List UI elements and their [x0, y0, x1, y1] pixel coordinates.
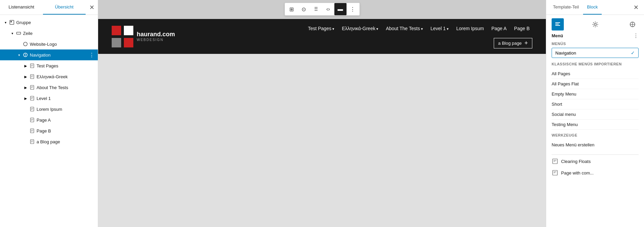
menu-select-checkmark-icon: ✓ — [631, 50, 635, 56]
tree-item-zeile[interactable]: ▾ Zeile — [0, 28, 98, 39]
neues-menu-item[interactable]: Neues Menü erstellen — [552, 140, 639, 150]
bottom-item-page-with-com[interactable]: Page with com... — [546, 167, 644, 179]
menu-item-empty-menu[interactable]: Empty Menu — [552, 89, 639, 99]
preview-area: haurand.com WEBDESIGN Test Pages Ελληνικ… — [98, 19, 546, 227]
svg-point-33 — [594, 23, 596, 25]
toggle-test-pages[interactable]: ▶ — [22, 62, 29, 69]
more-button[interactable]: ⋮ — [347, 3, 359, 15]
toggle-navigation[interactable]: ▾ — [16, 51, 22, 58]
toggle-ellinika[interactable]: ▶ — [22, 73, 29, 80]
divider — [552, 154, 639, 155]
toggle-gruppe[interactable]: ▾ — [2, 19, 9, 26]
page-b-icon — [29, 128, 35, 134]
tab-template-teil[interactable]: Template-Teil — [549, 0, 583, 15]
right-inner: Menü ⋮ MENÜS Navigation ✓ KLASSISCHE MEN… — [546, 15, 644, 227]
tree-label-page-b: Page B — [37, 128, 96, 133]
nav-ellinika[interactable]: Ελληνικά-Greek — [339, 24, 381, 33]
left-panel-header: Listenansicht Übersicht ✕ — [0, 0, 98, 15]
tree-label-ellinika: Ελληνικά-Greek — [37, 74, 96, 79]
svg-rect-24 — [30, 129, 34, 133]
nav-page-b[interactable]: Page B — [511, 24, 532, 33]
menu-item-social-menu[interactable]: Social menu — [552, 109, 639, 120]
tab-uebersicht[interactable]: Übersicht — [43, 0, 86, 15]
style-button[interactable] — [626, 18, 639, 30]
preview-body — [98, 54, 546, 227]
svg-rect-21 — [30, 118, 34, 122]
menu-more-button[interactable]: ⋮ — [633, 33, 639, 39]
tree-item-website-logo[interactable]: Website-Logo — [0, 39, 98, 49]
tree-item-gruppe[interactable]: ▾ Gruppe — [0, 17, 98, 28]
menu-select-label: Navigation — [555, 50, 576, 56]
tree-item-about-the-tests[interactable]: ▶ About The Tests — [0, 82, 98, 93]
tree-area: ▾ Gruppe ▾ Zeile Website-Logo ▾ Nav — [0, 15, 98, 227]
logo-box — [112, 26, 133, 47]
nav-level-1[interactable]: Level 1 — [428, 24, 451, 33]
close-left-panel-button[interactable]: ✕ — [86, 1, 98, 14]
blog-badge[interactable]: a Blog page + — [494, 38, 532, 48]
bottom-item-clearing-floats[interactable]: Clearing Floats — [546, 156, 644, 167]
tree-label-a-blog-page: a Blog page — [37, 139, 96, 144]
svg-rect-12 — [30, 85, 34, 89]
nav-page-a[interactable]: Page A — [489, 24, 509, 33]
svg-rect-9 — [30, 75, 34, 79]
menu-item-short-label: Short — [552, 102, 562, 107]
nav-about-tests[interactable]: About The Tests — [383, 24, 426, 33]
clearing-floats-label: Clearing Floats — [561, 159, 591, 164]
lorem-ipsum-icon — [29, 106, 35, 112]
right-panel-header: Template-Teil Block ✕ — [546, 0, 644, 15]
right-panel: Template-Teil Block ✕ Menü ⋮ MENÜS Navig… — [546, 0, 644, 227]
align-left-button[interactable] — [552, 18, 564, 30]
page-a-icon — [29, 117, 35, 123]
close-right-panel-button[interactable]: ✕ — [630, 2, 641, 13]
align-button[interactable]: ▬ — [334, 3, 347, 15]
tree-label-page-a: Page A — [37, 118, 96, 123]
menu-item-testing-menu[interactable]: Testing Menu — [552, 120, 639, 130]
nav-test-pages[interactable]: Test Pages — [305, 24, 337, 33]
tree-item-page-a[interactable]: Page A — [0, 115, 98, 125]
site-logo: haurand.com WEBDESIGN — [112, 26, 175, 47]
toggle-zeile[interactable]: ▾ — [9, 30, 16, 37]
logo-dark-bl — [112, 38, 121, 47]
navigation-more-icon[interactable]: ⋮ — [88, 51, 96, 59]
page-with-com-label: Page with com... — [561, 170, 594, 176]
zeile-icon — [16, 30, 22, 36]
menu-item-short[interactable]: Short — [552, 99, 639, 109]
menu-item-all-pages[interactable]: All Pages — [552, 69, 639, 79]
toggle-level-1[interactable]: ▶ — [22, 95, 29, 102]
tree-item-ellinika[interactable]: ▶ Ελληνικά-Greek — [0, 71, 98, 82]
logo-red-br — [124, 38, 133, 47]
menu-item-all-pages-flat[interactable]: All Pages Flat — [552, 79, 639, 89]
tree-item-level-1[interactable]: ▶ Level 1 — [0, 93, 98, 104]
menu-section: Menü ⋮ MENÜS Navigation ✓ KLASSISCHE MEN… — [546, 33, 644, 154]
tree-item-navigation[interactable]: ▾ Navigation ⋮ — [0, 49, 98, 60]
toggle-about-tests[interactable]: ▶ — [22, 84, 29, 91]
tree-item-test-pages[interactable]: ▶ Test Pages — [0, 60, 98, 71]
neues-menu-label: Neues Menü erstellen — [552, 142, 594, 147]
tree-item-a-blog-page[interactable]: a Blog page — [0, 136, 98, 147]
level-1-icon — [29, 95, 35, 101]
drag-button[interactable]: ⠿ — [310, 3, 322, 15]
menu-item-social-menu-label: Social menu — [552, 112, 576, 117]
block-type-button[interactable]: ⊞ — [286, 3, 298, 15]
nav-lorem-ipsum[interactable]: Lorem Ipsum — [453, 24, 487, 33]
tree-label-test-pages: Test Pages — [37, 63, 96, 68]
code-button[interactable]: ‹› — [322, 3, 334, 15]
tab-listenansicht[interactable]: Listenansicht — [0, 0, 43, 15]
tree-item-lorem-ipsum[interactable]: Lorem Ipsum — [0, 104, 98, 115]
tree-item-page-b[interactable]: Page B — [0, 125, 98, 136]
main-content: ⊞ ⊙ ⠿ ‹› ▬ ⋮ haurand.com WEBDESIGN — [98, 0, 546, 227]
svg-rect-27 — [30, 140, 34, 144]
logo-red-tl — [112, 26, 121, 35]
menu-select-box[interactable]: Navigation ✓ — [552, 48, 639, 58]
settings-button[interactable] — [589, 18, 601, 30]
klassische-label: KLASSISCHE MENÜS IMPORTIEREN — [552, 62, 639, 66]
logo-white-tr — [124, 26, 133, 35]
svg-rect-6 — [30, 64, 34, 68]
info-button[interactable]: ⊙ — [298, 3, 310, 15]
gruppe-icon — [9, 19, 15, 25]
tab-block[interactable]: Block — [583, 0, 602, 15]
tree-label-about-tests: About The Tests — [37, 85, 96, 90]
svg-rect-18 — [30, 107, 34, 111]
svg-point-3 — [24, 42, 27, 46]
toolbar-group: ⊞ ⊙ ⠿ ‹› ▬ ⋮ — [285, 3, 360, 16]
